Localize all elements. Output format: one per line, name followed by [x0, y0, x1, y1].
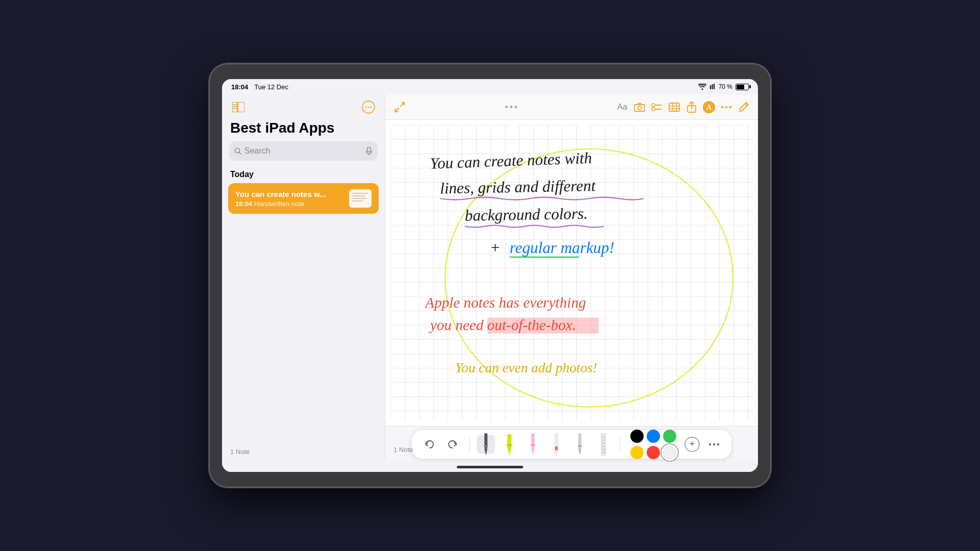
drawing-toolbar: 1 Note: [385, 426, 758, 462]
battery-percent: 70 %: [719, 83, 732, 90]
expand-button[interactable]: [393, 100, 407, 114]
color-red[interactable]: [647, 446, 660, 459]
format-button[interactable]: Aa: [615, 100, 629, 114]
more-drawing-button[interactable]: [705, 435, 723, 454]
note-card-content: You can create notes w... 18:04 Handwrit…: [235, 190, 344, 208]
svg-point-68: [713, 443, 715, 445]
drawing-toolbar-inner: +: [412, 430, 731, 459]
search-bar[interactable]: Search: [229, 141, 378, 161]
color-yellow[interactable]: [630, 446, 644, 459]
sidebar-toolbar: [222, 94, 385, 120]
svg-point-6: [365, 107, 367, 108]
more-toolbar-button[interactable]: [719, 100, 733, 114]
svg-point-16: [638, 106, 642, 110]
status-bar: 18:04 Tue 12 Dec 70 %: [222, 79, 758, 94]
note-count-text: 1 Note: [230, 448, 250, 456]
svg-point-19: [652, 108, 655, 111]
svg-rect-21: [669, 103, 679, 111]
sidebar-toggle-button[interactable]: [230, 99, 247, 115]
note-count: 1 Note: [394, 446, 413, 454]
color-green[interactable]: [663, 430, 676, 443]
checklist-button[interactable]: [650, 100, 664, 114]
note-subtitle: Handwritten note: [254, 200, 304, 208]
compose-button[interactable]: [737, 100, 751, 114]
share-button[interactable]: [684, 100, 699, 114]
sidebar-title: Best iPad Apps: [222, 120, 385, 141]
note-card-title: You can create notes w...: [235, 190, 344, 198]
svg-marker-56: [554, 450, 558, 456]
svg-line-14: [401, 103, 404, 106]
more-options-button[interactable]: [360, 99, 377, 115]
note-time: 18:04: [235, 200, 252, 208]
svg-rect-54: [555, 433, 558, 447]
home-bar: [457, 466, 523, 468]
camera-button[interactable]: [632, 100, 647, 114]
svg-marker-58: [578, 448, 581, 456]
svg-point-8: [371, 107, 372, 108]
svg-text:Apple notes has everything: Apple notes has everything: [424, 294, 586, 311]
toolbar-center: Aa: [615, 100, 751, 114]
microphone-icon[interactable]: [365, 147, 373, 155]
wifi-icon: [698, 84, 706, 90]
svg-text:background colors.: background colors.: [464, 205, 587, 224]
pencil-button[interactable]: [571, 435, 589, 454]
svg-rect-0: [232, 102, 237, 112]
ipad-screen: 18:04 Tue 12 Dec 70 %: [222, 79, 758, 472]
color-blue[interactable]: [647, 430, 660, 443]
note-paper[interactable]: You can create notes with lines, grids a…: [390, 125, 753, 421]
svg-text:You can create notes with: You can create notes with: [430, 149, 592, 172]
svg-text:+: +: [490, 239, 501, 257]
svg-marker-46: [484, 448, 487, 456]
svg-text:you need out-of-the-box.: you need out-of-the-box.: [429, 317, 576, 333]
svg-text:regular markup!: regular markup!: [509, 239, 614, 257]
main-area: Best iPad Apps Search Today: [222, 94, 758, 462]
color-black[interactable]: [630, 430, 644, 443]
pen-tool-button[interactable]: [477, 435, 495, 454]
add-color-button[interactable]: +: [684, 437, 700, 452]
svg-marker-49: [507, 447, 511, 456]
svg-line-10: [239, 153, 241, 155]
svg-rect-50: [507, 444, 512, 446]
color-palette: [630, 430, 676, 459]
sidebar: Best iPad Apps Search Today: [222, 94, 385, 462]
svg-point-32: [729, 106, 731, 108]
undo-button[interactable]: [420, 435, 438, 454]
svg-rect-55: [555, 446, 558, 450]
color-white[interactable]: [663, 446, 676, 459]
svg-text:You can even add photos!: You can even add photos!: [455, 360, 597, 375]
battery-icon: [736, 84, 749, 90]
toolbar-left: [393, 100, 407, 114]
svg-rect-11: [368, 147, 371, 152]
today-section-title: Today: [222, 168, 385, 183]
status-right: 70 %: [698, 83, 749, 90]
svg-rect-53: [531, 444, 535, 446]
highlighter-yellow-button[interactable]: [500, 435, 519, 454]
svg-rect-60: [601, 433, 605, 456]
handwriting-canvas: You can create notes with lines, grids a…: [390, 125, 753, 421]
note-thumbnail: [349, 189, 372, 208]
table-button[interactable]: [667, 100, 681, 114]
divider-1: [469, 437, 470, 452]
svg-rect-47: [484, 445, 488, 447]
markup-button[interactable]: A: [702, 100, 716, 114]
svg-text:A: A: [706, 104, 712, 111]
search-placeholder[interactable]: Search: [244, 146, 362, 156]
ipad-device: 18:04 Tue 12 Dec 70 %: [209, 64, 771, 487]
note-card[interactable]: You can create notes w... 18:04 Handwrit…: [228, 183, 379, 214]
svg-text:lines, grids and different: lines, grids and different: [440, 177, 597, 197]
svg-point-31: [725, 106, 727, 108]
brush-button[interactable]: [524, 435, 542, 454]
divider-2: [620, 437, 620, 452]
redo-button[interactable]: [444, 435, 462, 454]
note-card-meta: 18:04 Handwritten note: [235, 200, 344, 208]
svg-marker-52: [531, 447, 534, 456]
ruler-button[interactable]: [594, 435, 612, 454]
lte-icon: [709, 84, 716, 90]
search-icon: [234, 147, 241, 155]
note-editor: Aa: [385, 94, 758, 462]
status-time: 18:04: [231, 83, 248, 91]
toolbar-dots: [505, 106, 517, 108]
editor-toolbar: Aa: [385, 94, 758, 120]
eraser-button[interactable]: [547, 435, 566, 454]
note-count-label: 1 Note: [222, 442, 385, 462]
